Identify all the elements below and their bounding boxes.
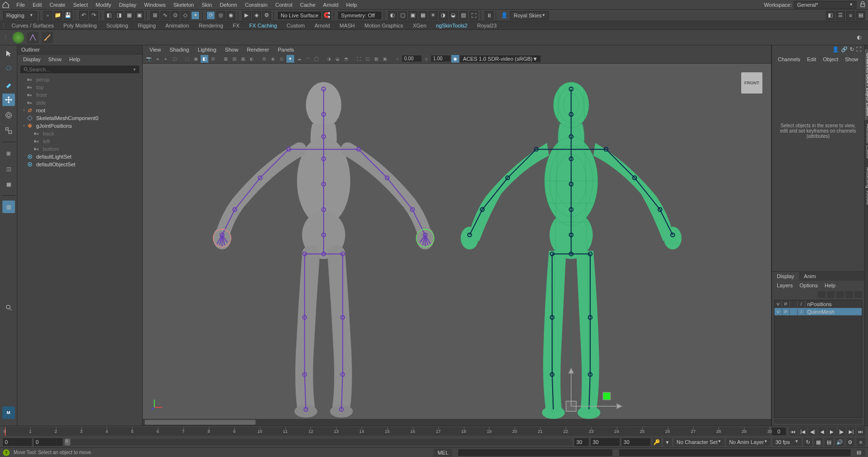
expand3-icon[interactable]: ▦	[372, 55, 380, 63]
outliner-menu-help[interactable]: Help	[67, 55, 83, 63]
menu-constrain[interactable]: Constrain	[241, 1, 271, 9]
shelf-tab-mograph[interactable]: Motion Graphics	[360, 21, 408, 29]
snap-together-tool[interactable]: ⊞	[2, 147, 15, 160]
layer-toggle-p[interactable]: P	[782, 301, 790, 308]
layer-menu-layers[interactable]: Layers	[774, 282, 796, 289]
viewport-hscrollbar[interactable]	[143, 419, 771, 426]
wireframe-button[interactable]: ▢	[398, 11, 407, 20]
select-tool[interactable]	[2, 47, 15, 60]
view-menu-view[interactable]: View	[146, 46, 165, 54]
layer-list[interactable]: VP/nPositionsVP/QuinnMesh	[774, 300, 862, 418]
open-scene-button[interactable]: 📁	[54, 11, 62, 20]
range-track[interactable]: 0	[65, 439, 572, 445]
menu-control[interactable]: Control	[271, 1, 296, 9]
ssao-icon[interactable]: ◑	[325, 55, 333, 63]
shelf-tab-mash[interactable]: MASH	[335, 21, 360, 29]
select-by-type-button[interactable]: ◧	[105, 11, 113, 20]
snap-point-button[interactable]: ⊙	[171, 11, 179, 20]
layer-tab-display[interactable]: Display	[772, 272, 799, 281]
outliner-search[interactable]: ▼	[20, 66, 139, 73]
layer-icon-2[interactable]	[827, 291, 835, 298]
layer-toggle-c2[interactable]: /	[798, 309, 805, 315]
menu-help[interactable]: Help	[342, 1, 361, 9]
layer-icon-1[interactable]	[818, 291, 826, 298]
view-menu-panels[interactable]: Panels	[274, 46, 298, 54]
layer-hscroll[interactable]	[774, 419, 862, 424]
play-end-field[interactable]: 30	[591, 438, 620, 446]
step-back-button[interactable]: ◀|	[808, 427, 817, 436]
viewport-3d[interactable]: FRONT	[143, 64, 771, 419]
outliner-node[interactable]: ■◂persp	[17, 76, 142, 83]
shelf-item-2[interactable]	[27, 32, 39, 43]
step-forward-key-button[interactable]: ▶|	[847, 427, 855, 436]
layer-icon-4[interactable]	[845, 291, 853, 298]
shelf-tab-custom[interactable]: Custom	[282, 21, 310, 29]
shelf-tab-poly[interactable]: Poly Modeling	[58, 21, 101, 29]
grid-tool[interactable]: ▦	[2, 178, 15, 190]
outliner-menu-display[interactable]: Display	[20, 55, 43, 63]
menu-set-dropdown[interactable]: Rigging ▼	[3, 11, 37, 20]
menu-create[interactable]: Create	[46, 1, 69, 9]
layer-toggle-c2[interactable]: /	[798, 301, 805, 308]
scrollbar-thumb[interactable]	[145, 420, 256, 425]
eval-button[interactable]: ◎	[217, 11, 225, 20]
layer-row[interactable]: VP/nPositions	[774, 300, 862, 308]
menu-display[interactable]: Display	[115, 1, 140, 9]
shelf-item-1[interactable]	[13, 32, 24, 43]
link-icon[interactable]: 🔗	[841, 46, 848, 53]
shelf-tab-xgen[interactable]: XGen	[408, 21, 431, 29]
layer-tab-anim[interactable]: Anim	[799, 272, 821, 281]
gate-mask-icon[interactable]: ◧	[201, 55, 208, 63]
snap-curve-button[interactable]: ∿	[161, 11, 169, 20]
workspace-dropdown[interactable]: General* ▼	[794, 1, 856, 9]
render-button[interactable]: ▶	[242, 11, 251, 20]
wire-icon[interactable]: ▦	[222, 55, 230, 63]
tex-icon[interactable]: ▩	[239, 55, 247, 63]
play-back-button[interactable]: ◀	[818, 427, 827, 436]
menu-windows[interactable]: Windows	[140, 1, 170, 9]
right-tab-attreditor[interactable]: Attribute Editor	[865, 120, 868, 163]
go-end-button[interactable]: ⏭	[856, 427, 865, 436]
menu-file[interactable]: File	[13, 1, 29, 9]
bookmark2-icon[interactable]: ▸	[162, 55, 170, 63]
audio-button[interactable]: 🔊	[835, 438, 844, 446]
shelf-tab-rigging[interactable]: Rigging	[133, 21, 161, 29]
view-menu-shading[interactable]: Shading	[166, 46, 193, 54]
select-component-button[interactable]: ▣	[135, 11, 144, 20]
expand2-icon[interactable]: ◫	[364, 55, 371, 63]
redo-button[interactable]: ↷	[89, 11, 98, 20]
snap-view-button[interactable]: ✦	[191, 11, 200, 20]
range-start-field[interactable]: 0	[3, 438, 32, 446]
shelf-tab-fxcache[interactable]: FX Caching	[244, 21, 282, 29]
person-icon[interactable]: 👤	[832, 46, 839, 53]
gamma-icon[interactable]: γ	[422, 55, 430, 63]
loop-button[interactable]: ↻	[803, 438, 812, 446]
view-menu-lighting[interactable]: Lighting	[194, 46, 220, 54]
shelf-scroll-icon[interactable]: ◐	[854, 32, 865, 43]
menu-edit[interactable]: Edit	[29, 1, 46, 9]
pref4-button[interactable]: ≡	[856, 438, 865, 446]
lit-button[interactable]: ☀	[429, 11, 437, 20]
hw-fog-icon[interactable]: ☁	[295, 55, 303, 63]
exposure-field[interactable]: 0.00	[402, 55, 421, 62]
camera-select-icon[interactable]: 📷	[145, 55, 152, 63]
account-dropdown[interactable]: Royal Skies ▼	[510, 11, 549, 20]
step-forward-button[interactable]: |▶	[837, 427, 846, 436]
channel-menu-edit[interactable]: Edit	[804, 55, 819, 63]
aa-button[interactable]: ▨	[459, 11, 468, 20]
select-hierarchy-button[interactable]: ◨	[115, 11, 123, 20]
outliner-menu-show[interactable]: Show	[45, 55, 65, 63]
menu-select[interactable]: Select	[69, 1, 92, 9]
ipr-button[interactable]: ◈	[252, 11, 261, 20]
pause-button[interactable]: ⏸	[485, 11, 493, 20]
layer-menu-help[interactable]: Help	[822, 282, 839, 289]
anim-layer-dropdown[interactable]: No Anim Layer▼	[726, 438, 771, 446]
snap-grid-button[interactable]: ⊞	[150, 11, 159, 20]
menu-cache[interactable]: Cache	[296, 1, 319, 9]
outliner-node[interactable]: ■◂front	[17, 91, 142, 99]
expand1-icon[interactable]: ⛶	[355, 55, 363, 63]
symmetry-field[interactable]: Symmetry: Off	[338, 12, 381, 19]
right-tab-channelbox[interactable]: Channel Box / Layer Editor	[865, 49, 868, 120]
play-start-field[interactable]: 0	[34, 438, 63, 446]
undo-button[interactable]: ↶	[79, 11, 88, 20]
